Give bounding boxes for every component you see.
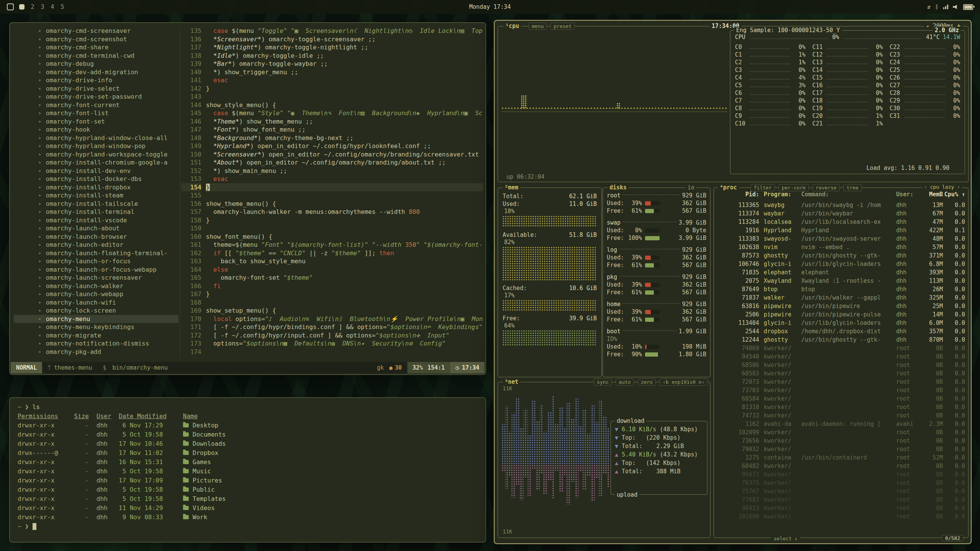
tree-item[interactable]: ∗omarchy-hyprland-window-close-all bbox=[14, 134, 178, 142]
tree-item[interactable]: ∗omarchy-cmd-screensaver bbox=[14, 27, 178, 35]
process-row[interactable]: 1275containe/usr/bin/containerdroot52M0.… bbox=[717, 453, 965, 462]
process-row[interactable]: 94540kworker/root0B0.0 bbox=[717, 352, 965, 361]
tree-item[interactable]: ∗omarchy-launch-editor bbox=[14, 241, 178, 249]
process-row[interactable]: 113404glycin-i/usr/lib/glycin-loadersdhh… bbox=[717, 319, 965, 327]
tree-item[interactable]: ∗omarchy-dev-add-migration bbox=[14, 68, 178, 77]
process-row[interactable]: 71835elephantelephantdhh393M0.0 bbox=[717, 268, 965, 277]
proc-sort-mode[interactable]: ‹ cpu lazy › bbox=[922, 184, 962, 190]
net-option-label[interactable]: zero bbox=[638, 378, 656, 386]
btop-window[interactable]: ¹cpu menupreset 17:34:00 - 2000ms + up 0… bbox=[494, 20, 972, 544]
network-traffic-icon[interactable]: ⇵ bbox=[927, 3, 931, 10]
process-row[interactable]: 72073kworker/root0B0.0 bbox=[717, 378, 965, 386]
tree-item[interactable]: ∗omarchy-launch-or-focus bbox=[14, 257, 178, 266]
process-row[interactable]: 12244ghostty/usr/bin/ghostty --gtk-dhh87… bbox=[717, 336, 965, 344]
tree-item[interactable]: ∗omarchy-debug bbox=[14, 60, 178, 68]
process-row[interactable]: 95673kworker/root0B0.0 bbox=[717, 470, 965, 479]
process-row[interactable]: 79032kworker/root0B0.0 bbox=[717, 445, 965, 453]
process-row[interactable]: 1162avahi-daavahi-daemon: running [avahi… bbox=[717, 420, 965, 428]
tree-item[interactable]: ∗omarchy-drive-select bbox=[14, 85, 178, 93]
tree-item[interactable]: ∗omarchy-migrate bbox=[14, 331, 178, 340]
cpu-menu-label[interactable]: preset bbox=[550, 23, 575, 30]
tree-item[interactable]: ∗omarchy-drive-set-password bbox=[14, 93, 178, 101]
tree-item[interactable]: ∗omarchy-launch-wifi bbox=[14, 298, 178, 307]
process-row[interactable]: 71837walker/usr/bin/walker --gappldhh325… bbox=[717, 293, 965, 302]
tree-item[interactable]: ∗omarchy-pkg-add bbox=[14, 348, 178, 356]
process-row[interactable]: 63816pipewire/usr/bin/pipewiredhh25M0.0 bbox=[717, 302, 965, 310]
terminal-window[interactable]: ~ ❯ ls PermissionsSizeUserDate ModifiedN… bbox=[9, 397, 486, 543]
tree-item[interactable]: ∗omarchy-install-chromium-google-a bbox=[14, 158, 178, 167]
signal-icon[interactable] bbox=[943, 5, 948, 9]
tree-item[interactable]: ∗omarchy-launch-floating-terminal- bbox=[14, 249, 178, 258]
process-row[interactable]: 113374waybar/usr/bin/waybardhh67M0.0 bbox=[717, 209, 965, 218]
process-row[interactable]: 87573ghostty/usr/bin/ghostty --gtk-dhh37… bbox=[717, 251, 965, 260]
tree-item[interactable]: ∗omarchy-install-vscode bbox=[14, 216, 178, 225]
process-row[interactable]: 87649btopbtopdhh26M0.0 bbox=[717, 285, 965, 293]
process-row[interactable]: 73656kworker/root0B0.0 bbox=[717, 437, 965, 445]
process-row[interactable]: 74869kworker/root0B0.0 bbox=[717, 344, 965, 352]
tree-item[interactable]: ∗omarchy-hyprland-workspace-toggle bbox=[14, 150, 178, 159]
process-row[interactable]: 113284localsea/usr/lib/localsearch-exdhh… bbox=[717, 218, 965, 226]
tree-item[interactable]: ∗omarchy-hook bbox=[14, 126, 178, 134]
process-row[interactable]: 68586kworker/root0B0.0 bbox=[717, 361, 965, 369]
process-row[interactable]: 1916HyprlandHyprlanddhh422M0.1 bbox=[717, 226, 965, 235]
code-pane[interactable]: case $(menu "Toggle" "▣ Screensaver\n☾ N… bbox=[206, 27, 483, 357]
tree-item[interactable]: ∗omarchy-install-terminal bbox=[14, 208, 178, 216]
process-row[interactable]: 2506pipewire/usr/bin/pipewire-pulsedhh14… bbox=[717, 310, 965, 319]
cpu-menu-label[interactable]: menu bbox=[529, 23, 547, 30]
net-option-label[interactable]: auto bbox=[616, 378, 634, 386]
tree-item[interactable]: ∗omarchy-install-tailscale bbox=[14, 200, 178, 208]
tree-item[interactable]: ∗omarchy-install-dev-env bbox=[14, 167, 178, 175]
process-row[interactable]: 68583kworker/root0B0.0 bbox=[717, 369, 965, 378]
process-row[interactable]: 2075XwaylandXwayland :1 -rootless -dhh11… bbox=[717, 277, 965, 285]
process-row[interactable]: 113365swaybg/usr/bin/swaybg -i /homdhh13… bbox=[717, 201, 965, 209]
tree-item[interactable]: ∗omarchy-font-list bbox=[14, 109, 178, 117]
process-row[interactable]: 76375kworker/root0B0.0 bbox=[717, 479, 965, 487]
tree-item[interactable]: ∗omarchy-lock-screen bbox=[14, 306, 178, 315]
process-row[interactable]: 73703kworker/root0B0.0 bbox=[717, 386, 965, 395]
process-row[interactable]: 2544dropbox/home/dhh/.dropbox-distdhh357… bbox=[717, 327, 965, 336]
tree-item[interactable]: ∗omarchy-launch-browser bbox=[14, 233, 178, 241]
process-row[interactable]: 75767kworker/root0B0.0 bbox=[717, 487, 965, 496]
io-toggle[interactable]: io bbox=[686, 184, 696, 191]
tree-item[interactable]: ∗omarchy-font-set bbox=[14, 117, 178, 126]
tree-item[interactable]: ∗omarchy-install-dropbox bbox=[14, 183, 178, 192]
tree-item[interactable]: ∗omarchy-notification-dismiss bbox=[14, 339, 178, 348]
tree-item[interactable]: ∗omarchy-install-docker-dbs bbox=[14, 175, 178, 183]
proc-option-label[interactable]: filter bbox=[751, 184, 775, 191]
select-hint[interactable]: select ↓ bbox=[771, 536, 800, 541]
tree-item[interactable]: ∗omarchy-hyprland-window-pop bbox=[14, 142, 178, 150]
battery-icon[interactable] bbox=[963, 4, 973, 10]
net-option-label[interactable]: ‹b enp191s0 n› bbox=[660, 378, 708, 386]
tree-item[interactable]: ∗omarchy-menu bbox=[14, 315, 178, 323]
tree-item[interactable]: ∗omarchy-menu-keybindings bbox=[14, 323, 178, 331]
tree-item[interactable]: ∗omarchy-launch-walker bbox=[14, 282, 178, 290]
tree-item[interactable]: ∗omarchy-cmd-share bbox=[14, 43, 178, 52]
tree-item[interactable]: ∗omarchy-font-current bbox=[14, 101, 178, 109]
proc-option-label[interactable]: per-core bbox=[779, 184, 809, 191]
tree-item[interactable]: ∗omarchy-install-steam bbox=[14, 191, 178, 200]
tree-item[interactable]: ∗omarchy-cmd-screenshot bbox=[14, 35, 178, 44]
net-option-label[interactable]: sync bbox=[594, 378, 612, 386]
process-row[interactable]: 74733kworker/root0B0.0 bbox=[717, 411, 965, 420]
process-row[interactable]: 106746glycin-i/usr/lib/glycin-loadersdhh… bbox=[717, 260, 965, 268]
editor-window[interactable]: ∗omarchy-cmd-screensaver∗omarchy-cmd-scr… bbox=[9, 22, 486, 375]
tree-item[interactable]: ∗omarchy-launch-screensaver bbox=[14, 274, 178, 282]
tree-item[interactable]: ∗omarchy-drive-info bbox=[14, 76, 178, 85]
process-row[interactable]: 102099kworker/root0B0.0 bbox=[717, 428, 965, 437]
process-row[interactable]: 81310kworker/root0B0.0 bbox=[717, 403, 965, 411]
tree-item[interactable]: ∗omarchy-launch-or-focus-webapp bbox=[14, 266, 178, 274]
proc-option-label[interactable]: tree bbox=[843, 184, 861, 191]
tree-item[interactable]: ∗omarchy-cmd-terminal-cwd bbox=[14, 52, 178, 60]
process-row[interactable]: 68482kworker/root0B0.0 bbox=[717, 462, 965, 470]
proc-option-label[interactable]: reverse bbox=[813, 184, 840, 191]
tree-item[interactable]: ∗omarchy-launch-about bbox=[14, 224, 178, 233]
process-row[interactable]: 77683kworker/root0B0.0 bbox=[717, 496, 965, 504]
process-row[interactable]: 102638nvimnvim --embed .dhh57M0.0 bbox=[717, 243, 965, 251]
volume-icon[interactable] bbox=[953, 5, 959, 9]
bluetooth-icon[interactable]: ᛒ bbox=[935, 3, 939, 10]
process-row[interactable]: 68584kworker/root0B0.0 bbox=[717, 395, 965, 403]
process-row[interactable]: 96423kworker/root0B0.0 bbox=[717, 504, 965, 512]
tree-item[interactable]: ∗omarchy-launch-webapp bbox=[14, 290, 178, 298]
process-row[interactable]: 102690kworker/root0B0.0 bbox=[717, 512, 965, 521]
process-row[interactable]: 113383swayosd-/usr/bin/swayosd-serverdhh… bbox=[717, 235, 965, 243]
